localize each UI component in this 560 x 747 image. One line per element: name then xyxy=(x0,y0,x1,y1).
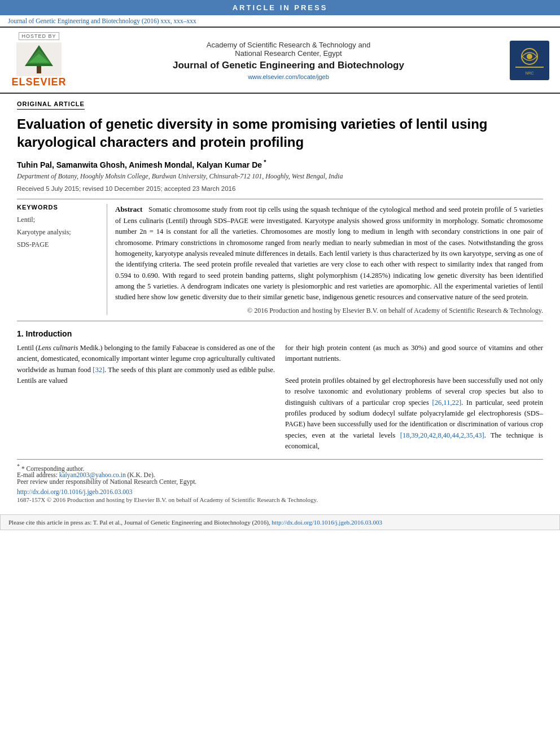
keyword-item: Lentil; xyxy=(17,214,100,226)
article-type-label: ORIGINAL ARTICLE xyxy=(17,101,85,110)
journal-url[interactable]: www.elsevier.com/locate/jgeb xyxy=(76,73,501,80)
divider-middle xyxy=(17,321,543,321)
nrc-logo-box: NRC xyxy=(507,41,552,80)
affiliation: Department of Botany, Hooghly Mohsin Col… xyxy=(17,172,543,181)
journal-center-info: Academy of Scientific Research & Technol… xyxy=(76,41,501,80)
cite-link[interactable]: http://dx.doi.org/10.1016/j.jgeb.2016.03… xyxy=(272,519,382,526)
hosted-by-label: HOSTED BY xyxy=(19,32,59,40)
abstract-section: KEYWORDS Lentil; Karyotype analysis; SDS… xyxy=(17,204,543,314)
svg-rect-1 xyxy=(37,65,41,73)
divider-top xyxy=(17,199,543,199)
doi-copyright: 1687-157X © 2016 Production and hosting … xyxy=(17,496,543,503)
peer-review-note: Peer review under responsibility of Nati… xyxy=(17,478,543,485)
intro-col1: Lentil (Lens culinaris Medik.) belonging… xyxy=(17,343,275,452)
corresponding-note: * * Corresponding author. xyxy=(17,463,543,472)
keywords-list: Lentil; Karyotype analysis; SDS-PAGE xyxy=(17,214,100,251)
abstract-copyright: © 2016 Production and hosting by Elsevie… xyxy=(115,307,543,315)
journal-link-line: Journal of Genetic Engineering and Biote… xyxy=(0,15,560,27)
abstract-col: Abstract Somatic chromosome study from r… xyxy=(115,204,543,314)
doi-link[interactable]: http://dx.doi.org/10.1016/j.jgeb.2016.03… xyxy=(17,488,543,495)
svg-point-8 xyxy=(527,54,532,59)
elsevier-brand: ELSEVIER xyxy=(11,76,66,88)
keywords-heading: KEYWORDS xyxy=(17,204,100,211)
journal-title-header: Journal of Genetic Engineering and Biote… xyxy=(76,60,501,71)
header-section: HOSTED BY ELSEVIER Academy of Scientific… xyxy=(0,27,560,94)
abstract-label: Abstract xyxy=(115,205,142,213)
svg-text:NRC: NRC xyxy=(525,71,533,75)
email-note: E-mail address: kalyan2003@yahoo.co.in (… xyxy=(17,471,543,478)
elsevier-logo-box: HOSTED BY ELSEVIER xyxy=(8,32,70,88)
intro-section: 1. Introduction Lentil (Lens culinaris M… xyxy=(17,329,543,452)
elsevier-tree-icon xyxy=(16,42,62,76)
intro-heading: 1. Introduction xyxy=(17,329,543,338)
intro-col2: for their high protein content (as much … xyxy=(285,343,543,452)
institution-name: Academy of Scientific Research & Technol… xyxy=(76,41,501,58)
intro-two-col: Lentil (Lens culinaris Medik.) belonging… xyxy=(17,343,543,452)
received-line: Received 5 July 2015; revised 10 Decembe… xyxy=(17,185,543,192)
keyword-item: Karyotype analysis; xyxy=(17,226,100,239)
main-content: ORIGINAL ARTICLE Evaluation of genetic d… xyxy=(0,94,560,509)
svg-rect-9 xyxy=(515,67,544,68)
email-link[interactable]: kalyan2003@yahoo.co.in xyxy=(59,471,126,478)
cite-this-bar: Please cite this article in press as: T.… xyxy=(0,514,560,530)
authors-line: Tuhin Pal, Samanwita Ghosh, Animesh Mond… xyxy=(17,159,543,169)
article-in-press-banner: ARTICLE IN PRESS xyxy=(0,0,560,15)
abstract-text: Abstract Somatic chromosome study from r… xyxy=(115,204,543,303)
footnote-area: * * Corresponding author. E-mail address… xyxy=(17,459,543,486)
keywords-col: KEYWORDS Lentil; Karyotype analysis; SDS… xyxy=(17,204,107,314)
keyword-item: SDS-PAGE xyxy=(17,239,100,251)
article-title: Evaluation of genetic diversity in some … xyxy=(17,115,543,152)
nrc-logo-icon: NRC xyxy=(510,41,549,80)
